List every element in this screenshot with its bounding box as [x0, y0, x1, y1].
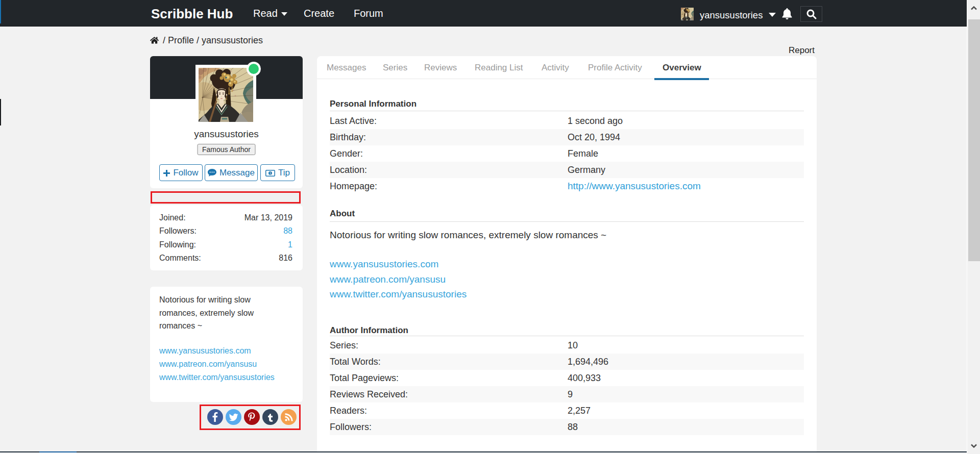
svg-text:1: 1 [270, 171, 272, 175]
